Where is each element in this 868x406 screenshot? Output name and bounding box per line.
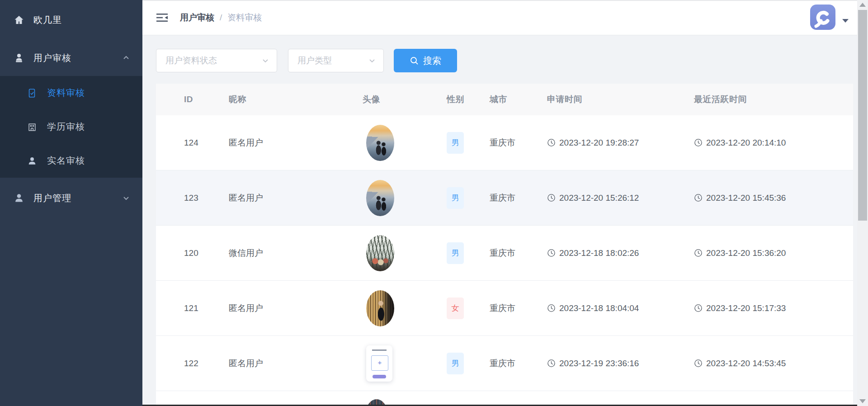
search-button[interactable]: 搜索	[394, 49, 457, 72]
clock-icon	[547, 138, 556, 147]
table-row[interactable]: 120 微信用户 男 重庆市 2023-12-18 18:02:26 2023-…	[156, 226, 853, 281]
building-icon	[27, 122, 37, 132]
sidebar-item-label: 用户审核	[33, 52, 71, 64]
main-content: 用户资料状态 用户类型 搜索 ID	[142, 35, 857, 406]
active-time-text: 2023-12-20 14:53:45	[706, 359, 786, 368]
gender-badge: 男	[447, 132, 464, 154]
topbar: 用户审核 / 资料审核	[142, 0, 857, 35]
apply-time-text: 2023-12-19 23:36:16	[559, 359, 639, 368]
user-account-avatar[interactable]	[810, 5, 835, 30]
cell-active-time: 2023-12-20 14:53:45	[694, 359, 853, 368]
clock-icon	[694, 304, 703, 312]
column-header-id: ID	[184, 94, 229, 104]
profile-status-select[interactable]: 用户资料状态	[156, 49, 277, 72]
column-header-city: 城市	[490, 94, 547, 105]
cell-id: 123	[184, 193, 229, 203]
table-row-partial[interactable]	[156, 391, 853, 406]
cell-city: 重庆市	[490, 302, 547, 314]
clock-icon	[694, 194, 703, 202]
scrollbar-up-arrow[interactable]	[859, 3, 866, 7]
search-icon	[410, 56, 419, 65]
menu-fold-icon[interactable]	[156, 12, 169, 23]
apply-time-text: 2023-12-18 18:02:26	[559, 248, 639, 258]
user-review-icon	[14, 52, 24, 63]
sidebar-item-education-review[interactable]: 学历审核	[0, 110, 142, 144]
cell-apply-time: 2023-12-18 18:02:26	[547, 248, 694, 258]
cell-apply-time: 2023-12-18 18:04:04	[547, 303, 694, 313]
sidebar: 欧几里 用户审核	[0, 0, 142, 406]
window-top-edge	[142, 0, 868, 1]
chevron-down-icon	[261, 57, 269, 65]
cell-id: 121	[184, 303, 229, 313]
active-time-text: 2023-12-20 15:17:33	[706, 303, 786, 313]
table-row[interactable]: 122 匿名用户 男 重庆市 2023-12-19 23:36:16 2023-…	[156, 336, 853, 391]
sidebar-item-profile-review[interactable]: 资料审核	[0, 76, 142, 110]
clock-icon	[694, 138, 703, 147]
breadcrumb-current: 资料审核	[227, 12, 262, 24]
cell-city: 重庆市	[490, 247, 547, 259]
gender-badge: 女	[447, 297, 464, 319]
clock-icon	[547, 249, 556, 257]
breadcrumb: 用户审核 / 资料审核	[180, 0, 262, 35]
apply-time-text: 2023-12-20 15:26:12	[559, 193, 639, 203]
cell-active-time: 2023-12-20 20:14:10	[694, 138, 853, 148]
table-body: 124 匿名用户 男 重庆市 2023-12-20 19:28:27 2023-…	[156, 115, 853, 391]
cell-apply-time: 2023-12-20 19:28:27	[547, 138, 694, 148]
user-avatar	[366, 290, 394, 326]
table-header: ID 昵称 头像 性别 城市 申请时间 最近活跃时间	[156, 84, 853, 115]
cell-nickname: 微信用户	[229, 247, 363, 259]
clock-icon	[694, 249, 703, 257]
apply-time-text: 2023-12-20 19:28:27	[559, 138, 639, 148]
column-header-active-time: 最近活跃时间	[694, 94, 853, 105]
cell-id: 120	[184, 248, 229, 258]
column-header-gender: 性别	[447, 94, 490, 105]
sidebar-submenu: 资料审核 学历审核	[0, 76, 142, 178]
app-window: 欧几里 用户审核	[0, 0, 868, 406]
column-header-nickname: 昵称	[229, 94, 363, 105]
table-row[interactable]: 124 匿名用户 男 重庆市 2023-12-20 19:28:27 2023-…	[156, 115, 853, 170]
cell-nickname: 匿名用户	[229, 302, 363, 314]
sidebar-item-label: 资料审核	[47, 87, 85, 99]
sidebar-logo[interactable]: 欧几里	[0, 0, 142, 40]
active-time-text: 2023-12-20 15:36:20	[706, 248, 786, 258]
sidebar-logo-label: 欧几里	[33, 14, 62, 26]
review-table: ID 昵称 头像 性别 城市 申请时间 最近活跃时间 124 匿名用户 男 重庆…	[156, 84, 853, 406]
active-time-text: 2023-12-20 20:14:10	[706, 138, 786, 148]
cell-nickname: 匿名用户	[229, 192, 363, 204]
chevron-down-icon	[368, 57, 376, 65]
sidebar-item-label: 实名审核	[47, 155, 85, 167]
user-avatar	[366, 125, 394, 161]
scrollbar-down-arrow[interactable]	[859, 399, 866, 403]
account-dropdown-caret[interactable]	[842, 19, 849, 23]
sidebar-item-label: 学历审核	[47, 121, 85, 133]
table-row[interactable]: 123 匿名用户 男 重庆市 2023-12-20 15:26:12 2023-…	[156, 170, 853, 226]
cell-active-time: 2023-12-20 15:45:36	[694, 193, 853, 203]
column-header-apply-time: 申请时间	[547, 94, 694, 105]
user-avatar	[366, 235, 394, 271]
person-icon	[27, 156, 37, 166]
table-row[interactable]: 121 匿名用户 女 重庆市 2023-12-18 18:04:04 2023-…	[156, 281, 853, 336]
document-check-icon	[27, 88, 37, 98]
select-placeholder: 用户类型	[297, 55, 332, 66]
breadcrumb-parent[interactable]: 用户审核	[180, 12, 214, 24]
browser-scrollbar[interactable]	[857, 0, 868, 406]
chevron-up-icon	[123, 54, 130, 61]
cell-city: 重庆市	[490, 358, 547, 369]
user-avatar	[366, 180, 394, 216]
gender-badge: 男	[447, 242, 464, 264]
sidebar-item-realname-review[interactable]: 实名审核	[0, 144, 142, 178]
cell-nickname: 匿名用户	[229, 137, 363, 149]
sidebar-item-user-review[interactable]: 用户审核	[0, 40, 142, 76]
home-icon	[14, 14, 24, 25]
filter-bar: 用户资料状态 用户类型 搜索	[156, 49, 457, 72]
user-avatar	[366, 345, 392, 382]
sidebar-item-user-management[interactable]: 用户管理	[0, 178, 142, 218]
scrollbar-thumb[interactable]	[858, 10, 867, 221]
column-header-avatar: 头像	[363, 94, 447, 105]
cell-id: 124	[184, 138, 229, 148]
chevron-down-icon	[123, 194, 130, 202]
cell-active-time: 2023-12-20 15:36:20	[694, 248, 853, 258]
cell-id: 122	[184, 359, 229, 368]
clock-icon	[547, 304, 556, 312]
user-type-select[interactable]: 用户类型	[288, 49, 384, 72]
